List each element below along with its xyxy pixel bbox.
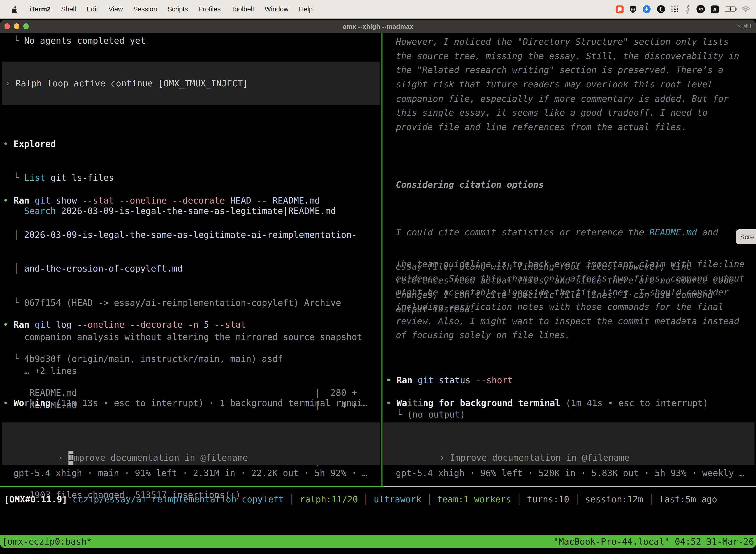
menu-item-scripts[interactable]: Scripts xyxy=(168,5,188,13)
pane-divider[interactable] xyxy=(381,33,382,486)
chat-bubble-icon[interactable] xyxy=(616,5,624,13)
squiggle-icon[interactable] xyxy=(685,5,691,14)
menu-item-iterm2[interactable]: iTerm2 xyxy=(29,5,51,13)
left-model-status-line: gpt-5.4 xhigh · main · 91% left · 2.31M … xyxy=(13,466,367,480)
menu-item-window[interactable]: Window xyxy=(265,5,289,13)
apple-menu-icon[interactable] xyxy=(11,5,17,13)
left-ralph-banner-text: › Ralph loop active continue [OMX_TMUX_I… xyxy=(5,76,248,90)
crescent-circle-icon[interactable] xyxy=(657,5,665,13)
percent-badge-icon[interactable]: .61 xyxy=(696,5,705,13)
screen: iTerm2 Shell Edit View Session Scripts P… xyxy=(0,0,756,554)
menu-item-view[interactable]: View xyxy=(108,5,123,13)
right-input-placeholder: Improve documentation in @filename xyxy=(450,453,630,463)
window-title: omx --xhigh --madmax xyxy=(0,20,756,33)
git-log-output-line: └ 4b9d30f (origin/main, instructkr/main,… xyxy=(3,352,357,366)
left-prompt-chevron: › xyxy=(58,453,68,463)
wifi-icon[interactable] xyxy=(742,6,750,12)
git-log-command-line: • Ran git log --oneline --decorate -n 5 … xyxy=(3,318,357,332)
tmux-window-name[interactable]: [omx-cczip0:bash* xyxy=(2,537,92,547)
explored-title-line: • Explored xyxy=(3,137,336,151)
omx-session-status-bar: [OMX#0.11.9] cczip/essay/ai-reimplementa… xyxy=(4,492,717,507)
git-show-command-line: • Ran git show --stat --oneline --decora… xyxy=(3,193,362,208)
right-reasoning-paragraph-3: The team guideline is to back every impo… xyxy=(396,257,745,342)
terminal-area: └ No agents completed yet › Ralph loop a… xyxy=(0,33,756,535)
right-reasoning-paragraph-1: However, I noticed the "Directory Struct… xyxy=(396,35,739,134)
left-prompt-line: › Improve documentation in @filename xyxy=(5,436,248,450)
menu-item-shell[interactable]: Shell xyxy=(61,5,76,13)
tmux-status-bar: [omx-cczip0:bash* "MacBook-Pro-44.local"… xyxy=(0,535,756,548)
right-prompt-chevron: › xyxy=(439,453,450,463)
left-working-status-line: • Working (11m 13s • esc to interrupt) ·… xyxy=(3,396,368,410)
battery-icon[interactable] xyxy=(725,6,736,12)
right-model-status-line: gpt-5.4 xhigh · 96% left · 520K in · 5.8… xyxy=(396,466,745,480)
menu-items: iTerm2 Shell Edit View Session Scripts P… xyxy=(29,5,313,13)
dots-grid-icon[interactable] xyxy=(671,5,679,13)
left-prompt-input[interactable]: › Improve documentation in @filename xyxy=(2,423,380,465)
right-reasoning-heading: Considering citation options xyxy=(396,178,544,192)
git-show-wrap-line: │ 2026-03-09-is-legal-the-same-as-legiti… xyxy=(3,228,362,242)
menu-item-edit[interactable]: Edit xyxy=(86,5,98,13)
menu-item-profiles[interactable]: Profiles xyxy=(198,5,221,13)
window-shortcut-hint: ⌥⌘1 xyxy=(736,20,752,33)
git-show-wrap-line: │ and-the-erosion-of-copyleft.md xyxy=(3,262,362,276)
left-input-placeholder: mprove documentation in @filename xyxy=(74,453,248,463)
left-ralph-banner: › Ralph loop active continue [OMX_TMUX_I… xyxy=(2,62,380,105)
blue-bolt-icon[interactable] xyxy=(642,5,651,13)
left-text-cursor: I xyxy=(68,451,74,465)
menu-item-toolbelt[interactable]: Toolbelt xyxy=(231,5,254,13)
right-prompt-input[interactable]: › Improve documentation in @filename xyxy=(383,423,755,465)
pane-bottom-border-right xyxy=(384,486,756,487)
screen-edge-tooltip: Scre xyxy=(736,229,756,244)
shield-grid-icon[interactable] xyxy=(630,5,636,13)
iterm2-window: omx --xhigh --madmax ⌥⌘1 └ No agents com… xyxy=(0,20,756,548)
right-waiting-status-line: • Waiting for background terminal (1m 41… xyxy=(386,396,708,410)
paragraph-line-with-link: I could cite commit statistics or refere… xyxy=(396,225,734,239)
left-no-agents-line: └ No agents completed yet xyxy=(3,34,145,48)
menu-bar: iTerm2 Shell Edit View Session Scripts P… xyxy=(0,0,756,19)
tmux-host-clock: "MacBook-Pro-44.local" 04:52 31-Mar-26 xyxy=(553,537,754,547)
menu-bar-status-icons: .61 A xyxy=(616,5,750,14)
title-bar: omx --xhigh --madmax ⌥⌘1 xyxy=(0,20,756,33)
menu-item-session[interactable]: Session xyxy=(133,5,157,13)
right-prompt-line: › Improve documentation in @filename xyxy=(386,436,630,450)
git-status-command-line: • Ran git status --short xyxy=(386,373,513,387)
menu-item-help[interactable]: Help xyxy=(299,5,313,13)
assistant-a-icon[interactable]: A xyxy=(711,5,719,13)
